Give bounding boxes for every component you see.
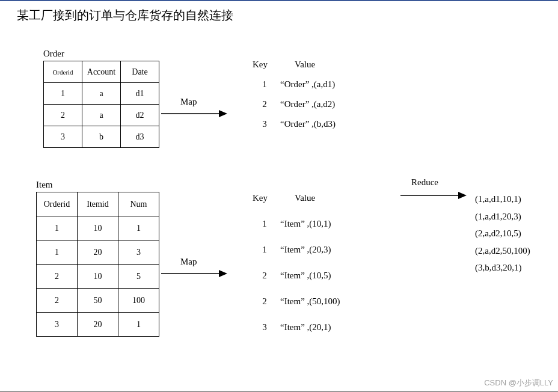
result-row: (1,a,d1,20,3)	[475, 208, 530, 225]
result-row: (2,a,d2,10,5)	[475, 225, 530, 242]
arrow-icon	[400, 189, 467, 201]
table-row: 1 10 1	[37, 216, 159, 240]
kv-value-header: Value	[283, 193, 315, 203]
kv-row: 3 “Order” ,(b,d3)	[253, 119, 336, 129]
col-header: Orderid	[44, 61, 82, 83]
reduce-label: Reduce	[411, 177, 438, 188]
page-title: 某工厂接到的订单与仓库货存的自然连接	[0, 1, 558, 23]
item-label: Item	[36, 180, 53, 190]
reduce-output: (1,a,d1,10,1) (1,a,d1,20,3) (2,a,d2,10,5…	[475, 191, 530, 277]
order-kv-block: Key Value 1 “Order” ,(a,d1) 2 “Order” ,(…	[253, 60, 336, 129]
col-header: Orderid	[37, 192, 78, 216]
result-row: (3,b,d3,20,1)	[475, 259, 530, 277]
svg-marker-5	[458, 192, 467, 199]
table-row: 3 b d3	[44, 126, 159, 148]
table-row: 2 a d2	[44, 105, 159, 126]
diagram-area: Order Orderid Account Date 1 a d1 2 a d2…	[0, 23, 558, 392]
kv-row: 2 “Item” ,(10,5)	[253, 271, 340, 281]
col-header: Date	[121, 61, 159, 83]
watermark: CSDN @小步调LLY	[484, 378, 553, 388]
kv-key-header: Key	[253, 60, 283, 70]
table-header-row: Orderid Account Date	[44, 61, 159, 83]
kv-row: 2 “Item” ,(50,100)	[253, 296, 340, 307]
kv-row: 1 “Item” ,(20,3)	[253, 245, 340, 255]
order-table: Orderid Account Date 1 a d1 2 a d2 3 b d…	[43, 61, 159, 148]
svg-marker-3	[219, 270, 227, 277]
item-table: Orderid Itemid Num 1 10 1 1 20 3 2 10 5 …	[36, 192, 159, 337]
table-row: 3 20 1	[37, 313, 159, 337]
kv-key-header: Key	[253, 193, 283, 203]
result-row: (2,a,d2,50,100)	[475, 242, 530, 260]
result-row: (1,a,d1,10,1)	[475, 191, 530, 208]
table-row: 2 10 5	[37, 265, 159, 289]
col-header: Num	[118, 192, 159, 216]
table-row: 2 50 100	[37, 289, 159, 313]
order-label: Order	[43, 49, 64, 59]
item-kv-block: Key Value 1 “Item” ,(10,1) 1 “Item” ,(20…	[253, 193, 340, 332]
table-header-row: Orderid Itemid Num	[37, 192, 159, 216]
kv-row: 3 “Item” ,(20,1)	[253, 322, 340, 332]
col-header: Itemid	[78, 192, 118, 216]
map-label-2: Map	[180, 257, 197, 267]
col-header: Account	[82, 61, 121, 83]
kv-row: 1 “Order” ,(a,d1)	[253, 79, 336, 90]
kv-value-header: Value	[283, 60, 315, 70]
table-row: 1 20 3	[37, 240, 159, 265]
table-row: 1 a d1	[44, 83, 159, 105]
kv-row: 2 “Order” ,(a,d2)	[253, 99, 336, 109]
kv-row: 1 “Item” ,(10,1)	[253, 219, 340, 229]
map-label-1: Map	[180, 97, 197, 107]
svg-marker-1	[219, 110, 227, 117]
kv-header: Key Value	[253, 60, 336, 70]
arrow-icon	[161, 268, 227, 280]
kv-header: Key Value	[253, 193, 340, 203]
arrow-icon	[161, 108, 227, 120]
